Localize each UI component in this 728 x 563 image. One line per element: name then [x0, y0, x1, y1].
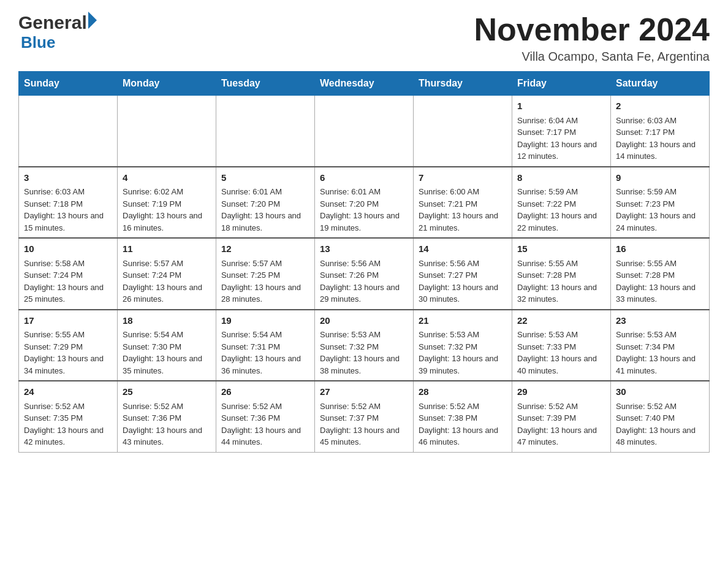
day-number: 1 [517, 99, 605, 113]
calendar-cell [315, 96, 414, 167]
calendar-cell: 8Sunrise: 5:59 AM Sunset: 7:22 PM Daylig… [512, 167, 611, 239]
title-block: November 2024 Villa Ocampo, Santa Fe, Ar… [474, 12, 710, 64]
calendar-cell: 17Sunrise: 5:55 AM Sunset: 7:29 PM Dayli… [19, 310, 118, 381]
day-number: 5 [221, 171, 309, 185]
calendar-cell [19, 96, 118, 167]
day-number: 3 [24, 171, 112, 185]
logo-blue: Blue [21, 33, 55, 52]
calendar-cell: 18Sunrise: 5:54 AM Sunset: 7:30 PM Dayli… [118, 310, 216, 381]
day-number: 21 [419, 314, 507, 328]
day-number: 18 [123, 314, 211, 328]
sun-info: Sunrise: 5:52 AM Sunset: 7:40 PM Dayligh… [616, 400, 704, 448]
calendar-cell: 30Sunrise: 5:52 AM Sunset: 7:40 PM Dayli… [611, 381, 710, 452]
page-header: General Blue November 2024 Villa Ocampo,… [18, 12, 710, 64]
calendar-cell: 3Sunrise: 6:03 AM Sunset: 7:18 PM Daylig… [19, 167, 118, 239]
calendar-cell: 10Sunrise: 5:58 AM Sunset: 7:24 PM Dayli… [19, 238, 118, 310]
calendar-cell: 7Sunrise: 6:00 AM Sunset: 7:21 PM Daylig… [414, 167, 512, 239]
sun-info: Sunrise: 5:58 AM Sunset: 7:24 PM Dayligh… [24, 258, 112, 305]
calendar-cell: 6Sunrise: 6:01 AM Sunset: 7:20 PM Daylig… [315, 167, 414, 239]
calendar-week-row: 3Sunrise: 6:03 AM Sunset: 7:18 PM Daylig… [19, 167, 710, 239]
calendar-cell: 28Sunrise: 5:52 AM Sunset: 7:38 PM Dayli… [414, 381, 512, 452]
sun-info: Sunrise: 5:52 AM Sunset: 7:36 PM Dayligh… [123, 400, 211, 448]
day-number: 15 [517, 242, 605, 256]
calendar-cell: 20Sunrise: 5:53 AM Sunset: 7:32 PM Dayli… [315, 310, 414, 381]
day-number: 8 [517, 171, 605, 185]
calendar-cell: 12Sunrise: 5:57 AM Sunset: 7:25 PM Dayli… [216, 238, 315, 310]
sun-info: Sunrise: 5:52 AM Sunset: 7:38 PM Dayligh… [419, 400, 507, 448]
day-number: 22 [517, 314, 605, 328]
calendar-cell: 15Sunrise: 5:55 AM Sunset: 7:28 PM Dayli… [512, 238, 611, 310]
calendar-cell: 22Sunrise: 5:53 AM Sunset: 7:33 PM Dayli… [512, 310, 611, 381]
day-number: 27 [320, 385, 408, 399]
weekday-header-tuesday: Tuesday [216, 72, 315, 96]
day-number: 19 [221, 314, 309, 328]
sun-info: Sunrise: 6:03 AM Sunset: 7:18 PM Dayligh… [24, 186, 112, 234]
calendar-cell: 19Sunrise: 5:54 AM Sunset: 7:31 PM Dayli… [216, 310, 315, 381]
weekday-header-thursday: Thursday [414, 72, 512, 96]
day-number: 26 [221, 385, 309, 399]
sun-info: Sunrise: 6:00 AM Sunset: 7:21 PM Dayligh… [419, 186, 507, 234]
calendar-cell: 13Sunrise: 5:56 AM Sunset: 7:26 PM Dayli… [315, 238, 414, 310]
weekday-header-friday: Friday [512, 72, 611, 96]
location-subtitle: Villa Ocampo, Santa Fe, Argentina [474, 50, 710, 64]
sun-info: Sunrise: 5:57 AM Sunset: 7:24 PM Dayligh… [123, 258, 211, 305]
day-number: 6 [320, 171, 408, 185]
calendar-week-row: 24Sunrise: 5:52 AM Sunset: 7:35 PM Dayli… [19, 381, 710, 452]
calendar-cell: 21Sunrise: 5:53 AM Sunset: 7:32 PM Dayli… [414, 310, 512, 381]
calendar-cell: 14Sunrise: 5:56 AM Sunset: 7:27 PM Dayli… [414, 238, 512, 310]
sun-info: Sunrise: 5:56 AM Sunset: 7:26 PM Dayligh… [320, 258, 408, 305]
day-number: 29 [517, 385, 605, 399]
weekday-header-saturday: Saturday [611, 72, 710, 96]
calendar-cell: 24Sunrise: 5:52 AM Sunset: 7:35 PM Dayli… [19, 381, 118, 452]
day-number: 9 [616, 171, 704, 185]
calendar-cell: 4Sunrise: 6:02 AM Sunset: 7:19 PM Daylig… [118, 167, 216, 239]
logo: General Blue [18, 12, 97, 52]
calendar-week-row: 1Sunrise: 6:04 AM Sunset: 7:17 PM Daylig… [19, 96, 710, 167]
sun-info: Sunrise: 5:57 AM Sunset: 7:25 PM Dayligh… [221, 258, 309, 305]
weekday-header-row: SundayMondayTuesdayWednesdayThursdayFrid… [19, 72, 710, 96]
calendar-cell: 27Sunrise: 5:52 AM Sunset: 7:37 PM Dayli… [315, 381, 414, 452]
sun-info: Sunrise: 5:54 AM Sunset: 7:30 PM Dayligh… [123, 329, 211, 377]
day-number: 4 [123, 171, 211, 185]
weekday-header-monday: Monday [118, 72, 216, 96]
day-number: 30 [616, 385, 704, 399]
calendar-cell: 29Sunrise: 5:52 AM Sunset: 7:39 PM Dayli… [512, 381, 611, 452]
day-number: 7 [419, 171, 507, 185]
sun-info: Sunrise: 5:55 AM Sunset: 7:29 PM Dayligh… [24, 329, 112, 377]
day-number: 10 [24, 242, 112, 256]
sun-info: Sunrise: 5:59 AM Sunset: 7:22 PM Dayligh… [517, 186, 605, 234]
day-number: 2 [616, 99, 704, 113]
sun-info: Sunrise: 5:55 AM Sunset: 7:28 PM Dayligh… [616, 258, 704, 305]
calendar-cell: 9Sunrise: 5:59 AM Sunset: 7:23 PM Daylig… [611, 167, 710, 239]
calendar-cell [414, 96, 512, 167]
sun-info: Sunrise: 5:52 AM Sunset: 7:37 PM Dayligh… [320, 400, 408, 448]
sun-info: Sunrise: 5:59 AM Sunset: 7:23 PM Dayligh… [616, 186, 704, 234]
day-number: 20 [320, 314, 408, 328]
sun-info: Sunrise: 6:04 AM Sunset: 7:17 PM Dayligh… [517, 115, 605, 163]
day-number: 11 [123, 242, 211, 256]
sun-info: Sunrise: 5:52 AM Sunset: 7:36 PM Dayligh… [221, 400, 309, 448]
day-number: 28 [419, 385, 507, 399]
calendar-cell: 23Sunrise: 5:53 AM Sunset: 7:34 PM Dayli… [611, 310, 710, 381]
day-number: 17 [24, 314, 112, 328]
day-number: 25 [123, 385, 211, 399]
sun-info: Sunrise: 5:53 AM Sunset: 7:32 PM Dayligh… [419, 329, 507, 377]
day-number: 23 [616, 314, 704, 328]
logo-general: General [18, 12, 87, 33]
sun-info: Sunrise: 5:52 AM Sunset: 7:35 PM Dayligh… [24, 400, 112, 448]
day-number: 16 [616, 242, 704, 256]
calendar-cell [216, 96, 315, 167]
calendar-cell: 1Sunrise: 6:04 AM Sunset: 7:17 PM Daylig… [512, 96, 611, 167]
sun-info: Sunrise: 5:53 AM Sunset: 7:33 PM Dayligh… [517, 329, 605, 377]
calendar-week-row: 10Sunrise: 5:58 AM Sunset: 7:24 PM Dayli… [19, 238, 710, 310]
calendar-week-row: 17Sunrise: 5:55 AM Sunset: 7:29 PM Dayli… [19, 310, 710, 381]
sun-info: Sunrise: 6:01 AM Sunset: 7:20 PM Dayligh… [320, 186, 408, 234]
logo-arrow-icon [88, 12, 97, 29]
month-title: November 2024 [474, 12, 710, 47]
day-number: 24 [24, 385, 112, 399]
day-number: 12 [221, 242, 309, 256]
sun-info: Sunrise: 5:53 AM Sunset: 7:32 PM Dayligh… [320, 329, 408, 377]
sun-info: Sunrise: 5:55 AM Sunset: 7:28 PM Dayligh… [517, 258, 605, 305]
calendar-cell [118, 96, 216, 167]
calendar-cell: 2Sunrise: 6:03 AM Sunset: 7:17 PM Daylig… [611, 96, 710, 167]
